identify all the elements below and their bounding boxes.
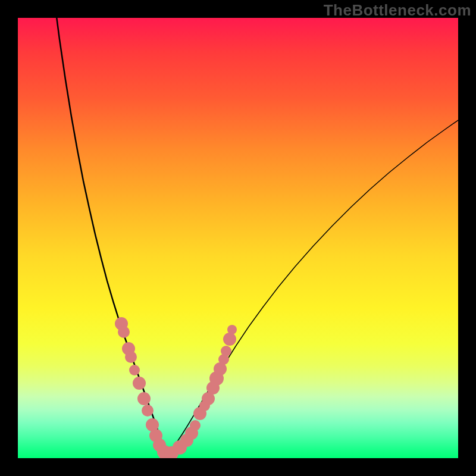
chart-svg (18, 18, 458, 458)
data-marker (133, 377, 146, 390)
data-marker (125, 351, 137, 363)
left-curve (54, 18, 165, 455)
data-marker (142, 405, 154, 416)
data-marker (227, 325, 237, 334)
data-marker (137, 392, 151, 405)
marker-group (115, 317, 237, 458)
watermark-text: TheBottleneck.com (324, 1, 471, 20)
data-marker (118, 326, 130, 338)
data-marker (223, 333, 236, 346)
data-marker (221, 346, 231, 356)
data-marker (190, 420, 201, 431)
data-marker (129, 365, 140, 375)
